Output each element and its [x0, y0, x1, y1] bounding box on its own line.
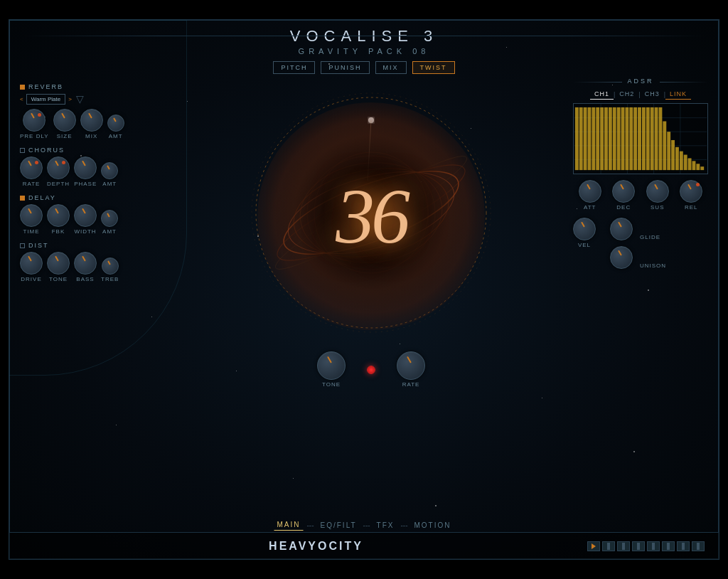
adsr-tab-link[interactable]: LINK — [665, 89, 691, 100]
chorus-phase-label: PHASE — [74, 181, 97, 187]
chorus-enabled-dot[interactable] — [20, 148, 25, 153]
center-panel: 36 TONE RATE — [173, 74, 569, 549]
nav-tab-main[interactable]: MAIN — [274, 519, 304, 531]
nav-tab-motion[interactable]: MOTION — [411, 520, 454, 531]
unison-label: UNISON — [640, 262, 666, 269]
reverb-mix-group: MIX — [80, 109, 103, 139]
adsr-tab-ch2[interactable]: CH2 — [615, 89, 638, 100]
svg-rect-49 — [692, 161, 696, 170]
fx-punish-button[interactable]: PUNISH — [321, 61, 369, 74]
delay-fbk-knob[interactable] — [47, 204, 70, 227]
unison-knob[interactable] — [610, 246, 633, 269]
footer-bar-5[interactable] — [662, 541, 675, 551]
adsr-knobs-row: ATT DEC SUS REL — [573, 180, 708, 211]
dist-treb-group: TREB — [101, 257, 119, 282]
chorus-rate-knob[interactable] — [20, 156, 43, 179]
delay-enabled-dot[interactable] — [20, 196, 25, 201]
vel-glide-row: VEL GLIDE UNISON — [573, 218, 708, 269]
delay-fbk-group: FBK — [47, 204, 70, 235]
reverb-predly-knob[interactable] — [23, 109, 46, 132]
adsr-rel-knob[interactable] — [680, 180, 702, 203]
delay-amt-knob[interactable] — [101, 210, 118, 227]
record-indicator[interactable] — [367, 366, 375, 374]
svg-rect-51 — [700, 166, 704, 170]
reverb-preset-next[interactable]: > — [68, 96, 72, 102]
adsr-tab-ch1[interactable]: CH1 — [590, 89, 614, 100]
svg-rect-26 — [596, 107, 599, 170]
header: VOCALISE 3 GRAVITY PACK 08 — [9, 20, 719, 55]
reverb-enabled-dot[interactable] — [20, 85, 25, 90]
adsr-att-label: ATT — [584, 204, 596, 211]
fx-twist-button[interactable]: TWIST — [412, 61, 455, 74]
footer-bar-2[interactable] — [617, 541, 630, 551]
fx-buttons-row: PITCH PUNISH MIX TWIST — [9, 61, 719, 74]
plugin-title: VOCALISE 3 — [9, 27, 719, 46]
chorus-amt-knob[interactable] — [101, 162, 118, 179]
adsr-display — [573, 103, 708, 174]
nav-tab-eqfilt[interactable]: EQ/FILT — [318, 520, 360, 531]
adsr-dec-knob[interactable] — [612, 180, 635, 203]
dist-treb-knob[interactable] — [102, 257, 119, 275]
chorus-depth-group: DEPTH — [47, 156, 70, 187]
dist-enabled-dot[interactable] — [20, 243, 25, 248]
reverb-amt-group: AMT — [107, 115, 124, 139]
dist-drive-knob[interactable] — [20, 252, 43, 275]
dist-bass-knob[interactable] — [74, 252, 97, 275]
svg-rect-21 — [575, 107, 579, 170]
footer-bar-6[interactable] — [677, 541, 690, 551]
play-icon — [592, 543, 596, 549]
delay-time-knob[interactable] — [20, 204, 43, 227]
svg-rect-22 — [579, 107, 583, 170]
adsr-tab-ch3[interactable]: CH3 — [641, 89, 664, 100]
reverb-amt-knob[interactable] — [107, 115, 124, 132]
vel-group: VEL — [573, 218, 596, 248]
unison-row: UNISON — [610, 246, 666, 269]
center-rate-group: RATE — [397, 351, 425, 388]
adsr-att-knob[interactable] — [579, 180, 601, 203]
header-line — [23, 36, 705, 36]
adsr-att-group: ATT — [579, 180, 601, 211]
svg-rect-42 — [663, 122, 666, 171]
svg-rect-30 — [613, 107, 616, 170]
svg-rect-34 — [629, 107, 633, 170]
footer-bar-4[interactable] — [647, 541, 660, 551]
svg-rect-48 — [688, 158, 692, 170]
fx-mix-button[interactable]: MIX — [375, 61, 407, 74]
glide-label: GLIDE — [640, 234, 660, 240]
vel-knob[interactable] — [573, 218, 596, 240]
nav-tabs: MAIN --- EQ/FILT --- TFX --- MOTION — [274, 519, 454, 531]
left-panel: REVERB < Warm Plate > ▽ PRE DLY SIZE — [9, 74, 173, 549]
delay-width-knob[interactable] — [74, 204, 97, 227]
reverb-predly-group: PRE DLY — [20, 109, 49, 139]
reverb-preset-prev[interactable]: < — [20, 96, 23, 102]
footer-bar-7[interactable] — [692, 541, 705, 551]
svg-rect-33 — [625, 107, 628, 170]
adsr-rel-label: REL — [685, 204, 698, 211]
center-tone-knob[interactable] — [317, 351, 346, 380]
reverb-mix-knob[interactable] — [80, 109, 103, 132]
center-rate-knob[interactable] — [397, 351, 425, 380]
vel-label: VEL — [578, 242, 591, 248]
orb-value: 36 — [336, 171, 407, 262]
glide-row: GLIDE — [610, 218, 666, 240]
dist-tone-knob[interactable] — [47, 252, 70, 275]
nav-tab-tfx[interactable]: TFX — [374, 520, 397, 531]
delay-width-group: WIDTH — [74, 204, 97, 235]
chorus-phase-knob[interactable] — [74, 156, 97, 179]
adsr-graph-svg — [574, 104, 707, 174]
adsr-rel-group: REL — [680, 180, 702, 211]
svg-rect-45 — [675, 147, 679, 170]
adsr-header: ADSR CH1 | CH2 | CH3 | LINK — [573, 78, 708, 100]
reverb-size-knob[interactable] — [53, 109, 76, 132]
adsr-dec-label: DEC — [616, 204, 631, 211]
footer-play-button[interactable] — [587, 541, 600, 551]
footer-bar-3[interactable] — [632, 541, 645, 551]
adsr-sus-knob[interactable] — [646, 180, 669, 203]
svg-rect-37 — [642, 107, 646, 170]
reverb-preset-name[interactable]: Warm Plate — [26, 94, 66, 105]
glide-knob[interactable] — [610, 218, 633, 240]
svg-rect-44 — [671, 140, 675, 170]
fx-pitch-button[interactable]: PITCH — [273, 61, 315, 74]
footer-bar-1[interactable] — [602, 541, 615, 551]
chorus-depth-knob[interactable] — [47, 156, 70, 179]
